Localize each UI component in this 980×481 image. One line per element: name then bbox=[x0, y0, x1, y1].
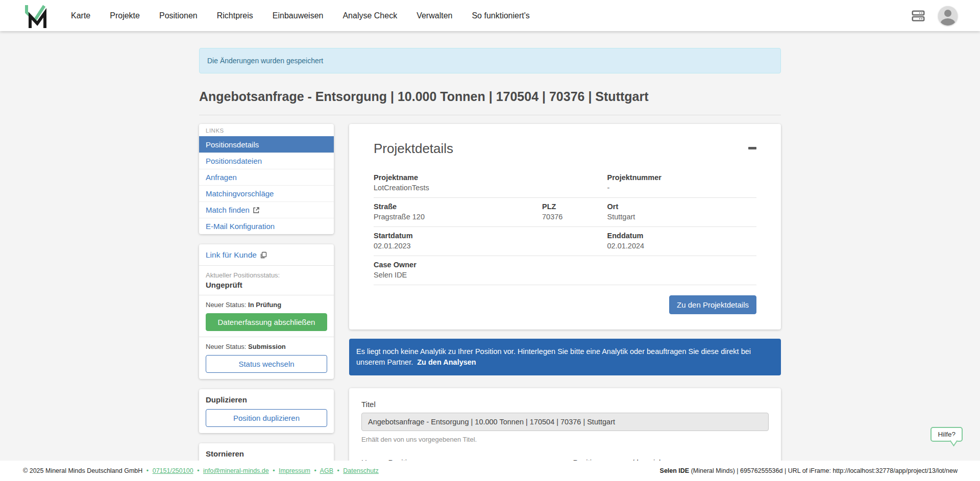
footer-impressum-link[interactable]: Impressum bbox=[279, 467, 310, 474]
plz-value: 70376 bbox=[542, 213, 607, 221]
projektnummer-value: - bbox=[607, 184, 757, 192]
startdatum-value: 02.01.2023 bbox=[374, 242, 607, 250]
current-status-value: Ungeprüft bbox=[206, 281, 327, 289]
switch-status-button[interactable]: Status wechseln bbox=[206, 355, 327, 373]
nav-item-karte[interactable]: Karte bbox=[71, 11, 90, 20]
detail-row-case-owner: Case Owner Selen IDE bbox=[374, 256, 756, 285]
sidebar-item-matchingvorschlaege[interactable]: Matchingvorschläge bbox=[199, 185, 334, 201]
sidebar-item-anfragen[interactable]: Anfragen bbox=[199, 169, 334, 185]
sidebar-item-email-konfiguration[interactable]: E-Mail Konfiguration bbox=[199, 218, 334, 234]
links-card-header: LINKS bbox=[199, 124, 334, 136]
analytics-banner: Es liegt noch keine Analytik zu Ihrer Po… bbox=[349, 339, 781, 375]
status-card: Link für Kunde Aktueller Positionsstatus… bbox=[199, 244, 334, 379]
divider bbox=[199, 265, 334, 266]
analytics-banner-text: Es liegt noch keine Analytik zu Ihrer Po… bbox=[356, 347, 751, 366]
titel-input bbox=[361, 413, 769, 431]
project-details-title: Projektdetails bbox=[374, 141, 453, 157]
help-button[interactable]: Hilfe? bbox=[930, 427, 963, 442]
detail-row-address: Straße Pragstraße 120 PLZ 70376 Ort Stut… bbox=[374, 198, 756, 227]
footer-session-info: Selen IDE (Mineral Minds) | 69576255536d… bbox=[660, 467, 958, 474]
duplicate-card: Duplizieren Position duplizieren bbox=[199, 389, 334, 433]
current-status-label: Aktueller Positionsstatus: bbox=[206, 271, 327, 279]
nav-item-positionen[interactable]: Positionen bbox=[159, 11, 198, 20]
divider bbox=[199, 295, 334, 295]
go-to-analyses-link[interactable]: Zu den Analysen bbox=[417, 358, 476, 366]
user-avatar[interactable] bbox=[938, 6, 958, 26]
sidebar-item-positionsdateien[interactable]: Positionsdateien bbox=[199, 153, 334, 169]
saved-alert: Die Änderungen wurden gespeichert bbox=[199, 48, 781, 73]
footer-email-link[interactable]: info@mineral-minds.de bbox=[203, 467, 269, 474]
projektname-value: LotCreationTests bbox=[374, 184, 607, 192]
enddatum-value: 02.01.2024 bbox=[607, 242, 757, 250]
divider bbox=[199, 337, 334, 337]
nav-item-einbauweisen[interactable]: Einbauweisen bbox=[273, 11, 324, 20]
case-owner-value: Selen IDE bbox=[374, 271, 756, 279]
page-title: Angebotsanfrage - Entsorgung | 10.000 To… bbox=[199, 89, 781, 115]
footer-left: © 2025 Mineral Minds Deutschland GmbH • … bbox=[23, 467, 379, 474]
complete-data-entry-button[interactable]: Datenerfassung abschließen bbox=[206, 313, 327, 331]
footer-agb-link[interactable]: AGB bbox=[320, 467, 333, 474]
saved-alert-text: Die Änderungen wurden gespeichert bbox=[207, 57, 323, 65]
detail-row-name-number: Projektname LotCreationTests Projektnumm… bbox=[374, 169, 756, 198]
nav-item-verwalten[interactable]: Verwalten bbox=[416, 11, 452, 20]
duplicate-position-button[interactable]: Position duplizieren bbox=[206, 409, 327, 427]
main-content: Projektdetails Projektname LotCreationTe… bbox=[349, 124, 781, 481]
footer-datenschutz-link[interactable]: Datenschutz bbox=[343, 467, 378, 474]
detail-row-dates: Startdatum 02.01.2023 Enddatum 02.01.202… bbox=[374, 227, 756, 256]
titel-help: Erhält den von uns vorgegebenen Titel. bbox=[361, 436, 769, 443]
nav-item-projekte[interactable]: Projekte bbox=[110, 11, 140, 20]
duplicate-card-title: Duplizieren bbox=[206, 395, 327, 404]
new-status-line-2: Neuer Status: Submission bbox=[206, 343, 327, 350]
footer-phone-link[interactable]: 07151/250100 bbox=[153, 467, 193, 474]
nav-links: Karte Projekte Positionen Richtpreis Ein… bbox=[71, 11, 911, 20]
project-details-card: Projektdetails Projektname LotCreationTe… bbox=[349, 124, 781, 330]
strasse-value: Pragstraße 120 bbox=[374, 213, 542, 221]
cancel-card-title: Stornieren bbox=[206, 449, 327, 458]
nav-item-so-funktionierts[interactable]: So funktioniert's bbox=[472, 11, 529, 20]
sidebar: LINKS Positionsdetails Positionsdateien … bbox=[199, 124, 334, 481]
footer: © 2025 Mineral Minds Deutschland GmbH • … bbox=[0, 461, 980, 481]
external-link-icon bbox=[253, 207, 260, 214]
copy-icon bbox=[260, 251, 267, 259]
collapse-minus-icon[interactable] bbox=[748, 147, 756, 149]
go-to-project-details-button[interactable]: Zu den Projektdetails bbox=[669, 295, 756, 314]
top-navbar: Karte Projekte Positionen Richtpreis Ein… bbox=[0, 0, 980, 31]
customer-link[interactable]: Link für Kunde bbox=[206, 250, 267, 260]
footer-copyright: © 2025 Mineral Minds Deutschland GmbH bbox=[23, 467, 142, 474]
links-card: LINKS Positionsdetails Positionsdateien … bbox=[199, 124, 334, 234]
nav-item-analyse-check[interactable]: Analyse Check bbox=[342, 11, 397, 20]
server-icon[interactable] bbox=[911, 8, 926, 23]
avatar-person-icon bbox=[944, 10, 951, 17]
sidebar-item-positionsdetails[interactable]: Positionsdetails bbox=[199, 136, 334, 153]
mineral-minds-logo-icon[interactable] bbox=[23, 4, 47, 28]
ort-value: Stuttgart bbox=[607, 213, 757, 221]
titel-label: Titel bbox=[361, 400, 769, 409]
new-status-line-1: Neuer Status: In Prüfung bbox=[206, 301, 327, 309]
sidebar-item-match-finden[interactable]: Match finden bbox=[199, 201, 334, 218]
nav-item-richtpreis[interactable]: Richtpreis bbox=[217, 11, 253, 20]
